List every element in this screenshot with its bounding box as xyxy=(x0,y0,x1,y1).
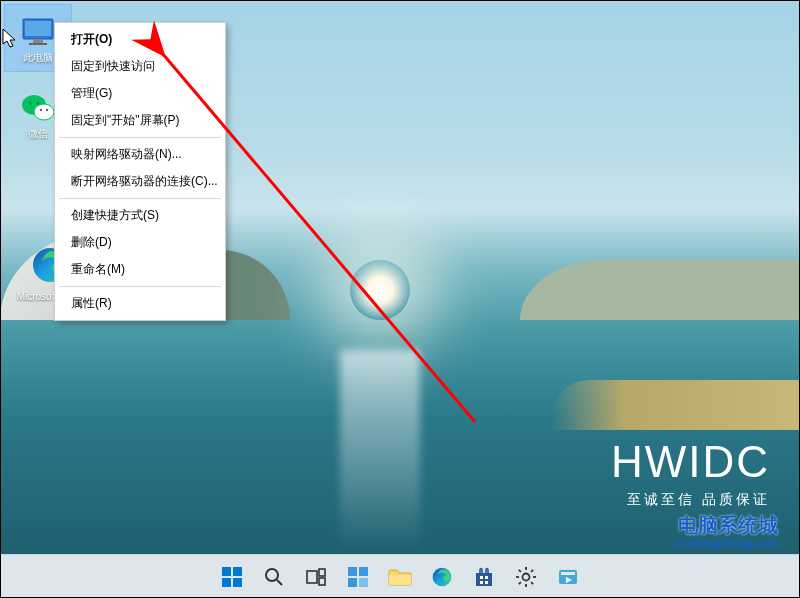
svg-rect-14 xyxy=(222,578,231,587)
media-app-button[interactable] xyxy=(550,559,586,595)
svg-point-31 xyxy=(523,573,530,580)
svg-rect-41 xyxy=(561,572,575,575)
search-icon xyxy=(264,567,284,587)
store-button[interactable] xyxy=(466,559,502,595)
wallpaper-sun xyxy=(350,260,410,320)
desktop-icon-label: 微信 xyxy=(28,128,48,139)
svg-line-37 xyxy=(531,582,533,584)
svg-point-9 xyxy=(46,108,48,110)
widgets-icon xyxy=(347,566,369,588)
svg-rect-23 xyxy=(348,578,357,587)
svg-point-5 xyxy=(34,104,54,120)
desktop-icon-label: 此电脑 xyxy=(23,52,53,63)
watermark-title: HWIDC xyxy=(611,436,770,489)
svg-point-6 xyxy=(29,101,32,104)
menu-item-create-shortcut[interactable]: 创建快捷方式(S) xyxy=(57,202,223,229)
svg-rect-1 xyxy=(25,21,51,36)
svg-rect-22 xyxy=(359,567,368,576)
store-icon xyxy=(473,566,495,588)
svg-line-39 xyxy=(519,582,521,584)
menu-separator xyxy=(59,198,221,199)
watermark-hwidc: HWIDC 至诚至信 品质保证 xyxy=(611,436,770,508)
file-explorer-button[interactable] xyxy=(382,559,418,595)
settings-button[interactable] xyxy=(508,559,544,595)
svg-rect-15 xyxy=(233,578,242,587)
svg-line-17 xyxy=(277,580,282,585)
svg-rect-3 xyxy=(29,43,47,45)
svg-point-7 xyxy=(37,101,40,104)
menu-item-rename[interactable]: 重命名(M) xyxy=(57,256,223,283)
svg-rect-12 xyxy=(222,567,231,576)
watermark-site: 电脑系统城 pcxitongcheng.com xyxy=(674,514,778,550)
menu-item-properties[interactable]: 属性(R) xyxy=(57,290,223,317)
svg-point-16 xyxy=(266,569,278,581)
task-view-button[interactable] xyxy=(298,559,334,595)
windows-icon xyxy=(221,566,243,588)
folder-icon xyxy=(388,567,412,587)
menu-separator xyxy=(59,286,221,287)
media-icon xyxy=(557,566,579,588)
svg-rect-2 xyxy=(33,39,43,43)
svg-rect-30 xyxy=(485,581,488,584)
cursor-icon xyxy=(2,28,20,50)
svg-rect-24 xyxy=(359,578,368,587)
svg-rect-13 xyxy=(233,567,242,576)
watermark-subtitle: 至诚至信 品质保证 xyxy=(611,491,770,508)
taskbar xyxy=(0,554,800,598)
menu-item-manage[interactable]: 管理(G) xyxy=(57,80,223,107)
svg-rect-20 xyxy=(319,578,325,585)
context-menu: 打开(O) 固定到快速访问 管理(G) 固定到"开始"屏幕(P) 映射网络驱动器… xyxy=(54,22,226,321)
menu-item-pin-start[interactable]: 固定到"开始"屏幕(P) xyxy=(57,107,223,134)
wechat-icon xyxy=(20,90,56,126)
svg-line-38 xyxy=(531,569,533,571)
task-view-icon xyxy=(306,568,326,586)
watermark-site-name: 电脑系统城 xyxy=(674,514,778,537)
svg-rect-28 xyxy=(485,576,488,579)
menu-item-map-drive[interactable]: 映射网络驱动器(N)... xyxy=(57,141,223,168)
svg-rect-21 xyxy=(348,567,357,576)
menu-separator xyxy=(59,137,221,138)
svg-rect-29 xyxy=(480,581,483,584)
wallpaper-reflection xyxy=(340,350,420,550)
svg-rect-27 xyxy=(480,576,483,579)
start-button[interactable] xyxy=(214,559,250,595)
search-button[interactable] xyxy=(256,559,292,595)
gear-icon xyxy=(515,566,537,588)
svg-point-8 xyxy=(40,108,42,110)
svg-line-36 xyxy=(519,569,521,571)
svg-rect-18 xyxy=(307,571,317,583)
svg-rect-19 xyxy=(319,569,325,576)
wallpaper-grass xyxy=(550,380,800,430)
edge-icon xyxy=(431,566,453,588)
widgets-button[interactable] xyxy=(340,559,376,595)
this-pc-icon xyxy=(20,14,56,50)
menu-item-pin-quick-access[interactable]: 固定到快速访问 xyxy=(57,53,223,80)
edge-button[interactable] xyxy=(424,559,460,595)
menu-item-disconnect-drive[interactable]: 断开网络驱动器的连接(C)... xyxy=(57,168,223,195)
menu-item-open[interactable]: 打开(O) xyxy=(57,26,223,53)
svg-rect-25 xyxy=(389,575,411,585)
menu-item-delete[interactable]: 删除(D) xyxy=(57,229,223,256)
watermark-site-url: pcxitongcheng.com xyxy=(674,537,778,550)
